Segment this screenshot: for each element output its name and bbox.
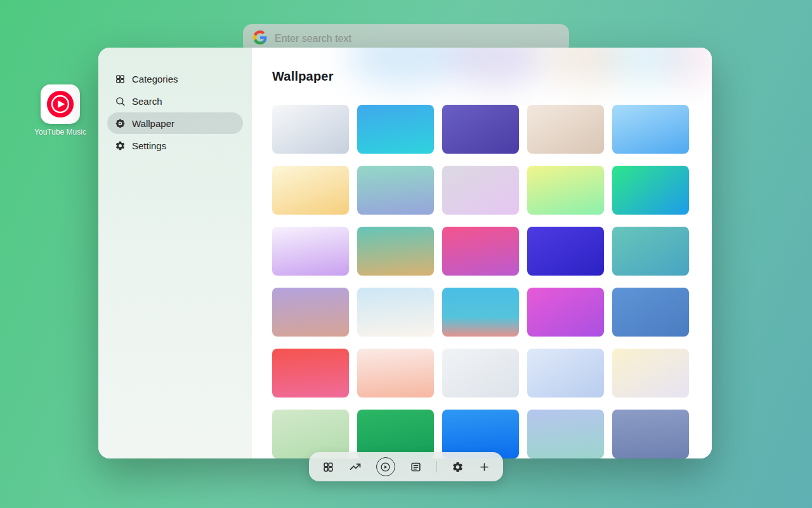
desktop: YouTube Music Categories Sea xyxy=(0,0,812,508)
shortcut-label: YouTube Music xyxy=(34,128,86,137)
settings-modal: Categories Search xyxy=(98,48,712,458)
header-blur-blob xyxy=(544,48,626,87)
youtube-music-icon xyxy=(41,84,80,124)
dock-active-ring xyxy=(376,457,395,476)
wallpaper-thumbnail[interactable] xyxy=(357,410,434,458)
dock-add-icon[interactable] xyxy=(478,461,490,473)
wallpaper-thumbnail[interactable] xyxy=(272,349,349,398)
header-blur-blob xyxy=(658,48,712,87)
bottom-dock xyxy=(309,452,503,481)
wallpaper-thumbnail[interactable] xyxy=(527,227,604,276)
google-logo-icon xyxy=(253,30,267,47)
wallpaper-thumbnail[interactable] xyxy=(357,105,434,154)
wallpaper-thumbnail[interactable] xyxy=(357,288,434,337)
page-title: Wallpaper xyxy=(272,69,334,84)
modal-sidebar: Categories Search xyxy=(98,48,252,458)
wallpaper-icon xyxy=(114,117,126,129)
header-blur-blob xyxy=(347,48,461,87)
modal-header: Wallpaper xyxy=(252,48,712,105)
wallpaper-thumbnail[interactable] xyxy=(612,227,689,276)
dock-settings-icon[interactable] xyxy=(452,461,464,473)
header-blur-blob xyxy=(607,48,690,87)
settings-icon xyxy=(114,140,126,151)
wallpaper-thumbnail[interactable] xyxy=(612,288,689,337)
wallpaper-thumbnail[interactable] xyxy=(612,349,689,398)
wallpaper-thumbnail[interactable] xyxy=(272,288,349,337)
categories-icon xyxy=(114,73,126,84)
wallpaper-thumbnail[interactable] xyxy=(527,166,604,215)
wallpaper-thumbnail[interactable] xyxy=(527,349,604,398)
sidebar-item-label: Search xyxy=(132,96,162,107)
wallpaper-thumbnail[interactable] xyxy=(272,410,349,458)
sidebar-item-label: Wallpaper xyxy=(132,118,174,129)
wallpaper-thumbnail[interactable] xyxy=(442,166,519,215)
dock-player-icon[interactable] xyxy=(376,457,395,476)
search-icon xyxy=(114,95,126,107)
dock-news-icon[interactable] xyxy=(410,461,422,473)
wallpaper-thumbnail[interactable] xyxy=(612,105,689,154)
header-blur-blob xyxy=(449,48,544,87)
wallpaper-thumbnail[interactable] xyxy=(442,227,519,276)
sidebar-item-label: Categories xyxy=(132,74,178,84)
dock-divider xyxy=(436,461,437,472)
wallpaper-grid xyxy=(252,105,712,458)
wallpaper-thumbnail[interactable] xyxy=(357,349,434,398)
wallpaper-thumbnail[interactable] xyxy=(442,349,519,398)
wallpaper-thumbnail[interactable] xyxy=(357,166,434,215)
wallpaper-thumbnail[interactable] xyxy=(442,288,519,337)
wallpaper-thumbnail[interactable] xyxy=(272,227,349,276)
dock-trending-icon[interactable] xyxy=(349,460,362,473)
sidebar-item-settings[interactable]: Settings xyxy=(107,135,243,156)
wallpaper-thumbnail[interactable] xyxy=(612,410,689,458)
wallpaper-thumbnail[interactable] xyxy=(612,166,689,215)
wallpaper-thumbnail[interactable] xyxy=(357,227,434,276)
sidebar-item-label: Settings xyxy=(132,140,166,151)
wallpaper-thumbnail[interactable] xyxy=(527,410,604,458)
wallpaper-thumbnail[interactable] xyxy=(527,105,604,154)
dock-apps-icon[interactable] xyxy=(322,461,334,473)
wallpaper-thumbnail[interactable] xyxy=(527,288,604,337)
wallpaper-thumbnail[interactable] xyxy=(272,105,349,154)
search-input[interactable] xyxy=(275,33,559,44)
wallpaper-thumbnail[interactable] xyxy=(442,410,519,458)
app-shortcut-youtube-music[interactable]: YouTube Music xyxy=(32,84,89,137)
sidebar-item-wallpaper[interactable]: Wallpaper xyxy=(107,112,243,134)
wallpaper-thumbnail[interactable] xyxy=(442,105,519,154)
sidebar-item-search[interactable]: Search xyxy=(107,90,243,112)
sidebar-item-categories[interactable]: Categories xyxy=(107,68,243,90)
wallpaper-thumbnail[interactable] xyxy=(272,166,349,215)
modal-main: Wallpaper xyxy=(252,48,712,458)
